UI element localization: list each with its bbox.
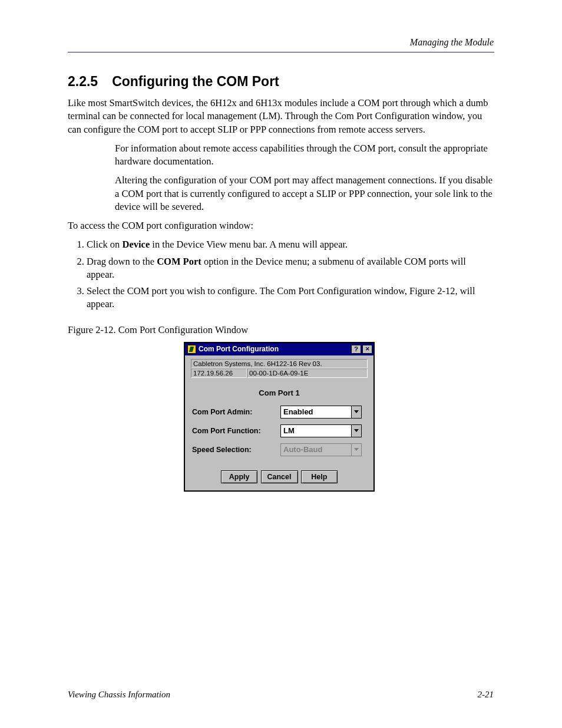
speed-label: Speed Selection: bbox=[192, 446, 280, 454]
step-1: Click on Device in the Device View menu … bbox=[87, 238, 494, 251]
caveat-paragraph: Altering the configuration of your COM p… bbox=[115, 174, 494, 213]
section-heading: 2.2.5 Configuring the COM Port bbox=[68, 74, 494, 90]
speed-combo: Auto-Baud bbox=[280, 443, 362, 456]
page-header-breadcrumb: Managing the Module bbox=[410, 37, 494, 48]
admin-combo[interactable]: Enabled bbox=[280, 406, 362, 419]
device-mac-field: 00-00-1D-6A-09-1E bbox=[247, 368, 368, 378]
app-icon bbox=[187, 345, 196, 354]
close-icon[interactable] bbox=[362, 345, 372, 354]
section-title: Configuring the COM Port bbox=[112, 74, 279, 89]
device-name-field: Cabletron Systems, Inc. 6H122-16 Rev 03. bbox=[191, 359, 368, 368]
cancel-button[interactable]: Cancel bbox=[261, 470, 298, 483]
apply-button[interactable]: Apply bbox=[221, 470, 257, 483]
chevron-down-icon[interactable] bbox=[351, 406, 362, 419]
dialog-title: Com Port Configuration bbox=[199, 345, 350, 353]
note-paragraph: For information about remote access capa… bbox=[115, 142, 494, 169]
admin-value: Enabled bbox=[280, 406, 351, 419]
speed-value: Auto-Baud bbox=[280, 443, 351, 456]
com-port-config-dialog: Com Port Configuration Cabletron Systems… bbox=[184, 342, 375, 492]
steps-list: Click on Device in the Device View menu … bbox=[87, 238, 494, 311]
footer-text: Viewing Chassis Information bbox=[68, 690, 170, 700]
chevron-down-icon[interactable] bbox=[351, 424, 362, 437]
admin-label: Com Port Admin: bbox=[192, 408, 280, 416]
step-3: Select the COM port you wish to configur… bbox=[87, 285, 494, 311]
figure-caption: Figure 2-12. Com Port Configuration Wind… bbox=[68, 324, 494, 336]
page-number: 2-21 bbox=[478, 690, 494, 700]
header-rule bbox=[68, 52, 494, 52]
dialog-titlebar[interactable]: Com Port Configuration bbox=[185, 343, 373, 355]
intro-paragraph: Like most SmartSwitch devices, the 6H12x… bbox=[68, 97, 494, 136]
chevron-down-icon bbox=[351, 443, 362, 456]
help-icon[interactable] bbox=[351, 345, 361, 354]
help-button[interactable]: Help bbox=[301, 470, 338, 483]
step-1-post: in the Device View menu bar. A menu will… bbox=[150, 239, 348, 250]
function-label: Com Port Function: bbox=[192, 427, 280, 435]
function-value: LM bbox=[280, 424, 351, 437]
step-2-bold: COM Port bbox=[157, 256, 201, 267]
step-1-pre: Click on bbox=[87, 239, 123, 250]
step-2: Drag down to the COM Port option in the … bbox=[87, 255, 494, 282]
note-text: For information about remote access capa… bbox=[115, 143, 488, 167]
step-1-bold: Device bbox=[123, 239, 150, 250]
device-ip-field: 172.19.56.26 bbox=[191, 368, 247, 378]
port-heading: Com Port 1 bbox=[185, 388, 373, 397]
dialog-info-area: Cabletron Systems, Inc. 6H122-16 Rev 03.… bbox=[185, 355, 373, 379]
step-3-pre: Select the COM port you wish to configur… bbox=[87, 285, 409, 297]
access-lead: To access the COM port configuration win… bbox=[68, 219, 494, 232]
caveat-text: Altering the configuration of your COM p… bbox=[115, 174, 492, 212]
step-2-pre: Drag down to the bbox=[87, 256, 157, 267]
function-combo[interactable]: LM bbox=[280, 424, 362, 437]
section-number: 2.2.5 bbox=[68, 74, 98, 89]
